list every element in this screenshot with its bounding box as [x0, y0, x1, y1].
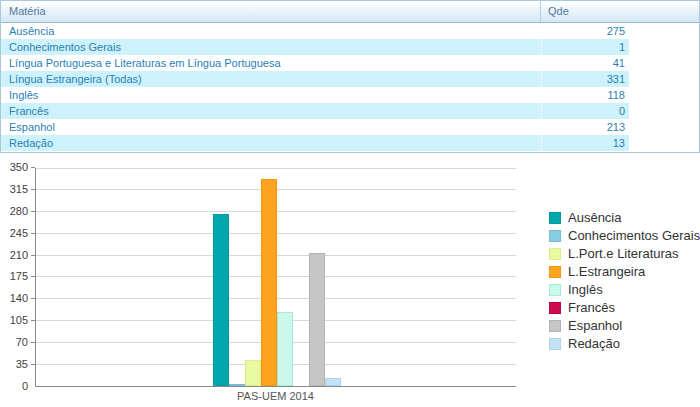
table-row-lingua-portuguesa-e-literaturas-em-lingua-portuguesa[interactable]: Língua Portuguesa e Literaturas em Língu…	[1, 55, 629, 71]
legend-label: Ausência	[568, 211, 621, 225]
y-tick-315	[31, 189, 35, 190]
y-axis-label-245: 245	[0, 227, 28, 240]
legend-item-l-estrangeira[interactable]: L.Estrangeira	[549, 266, 700, 278]
y-tick-280	[31, 211, 35, 212]
cell-qde: 331	[541, 71, 629, 87]
x-axis-label: PAS-UEM 2014	[35, 390, 516, 402]
bar-espanhol[interactable]	[309, 253, 325, 386]
bar-l-estrangeira[interactable]	[261, 179, 277, 386]
cell-materia: Língua Portuguesa e Literaturas em Língu…	[1, 55, 541, 71]
table-row-ingles[interactable]: Inglês118	[1, 87, 629, 103]
table-row-frances[interactable]: Francês0	[1, 103, 629, 119]
y-tick-175	[31, 276, 35, 277]
report-page: Matéria Qde Ausência275Conhecimentos Ger…	[0, 0, 700, 407]
legend-swatch-ausencia	[549, 212, 561, 224]
legend-label: Redação	[568, 337, 620, 351]
legend-swatch-l-port-e-literaturas	[549, 248, 561, 260]
chart-legend: AusênciaConhecimentos GeraisL.Port.e Lit…	[549, 212, 700, 356]
y-tick-105	[31, 320, 35, 321]
cell-materia: Língua Estrangeira (Todas)	[1, 71, 541, 87]
cell-materia: Espanhol	[1, 119, 541, 135]
cell-qde: 118	[541, 87, 629, 103]
y-tick-70	[31, 342, 35, 343]
cell-qde: 275	[541, 23, 629, 39]
legend-swatch-conhecimentos-gerais	[549, 230, 561, 242]
table-row-redacao[interactable]: Redação13	[1, 135, 629, 151]
table-row-ausencia[interactable]: Ausência275	[1, 23, 629, 39]
legend-swatch-l-estrangeira	[549, 266, 561, 278]
y-tick-245	[31, 233, 35, 234]
y-axis-label-350: 350	[0, 161, 28, 174]
cell-materia: Inglês	[1, 87, 541, 103]
cell-qde: 1	[541, 39, 629, 55]
cell-materia: Ausência	[1, 23, 541, 39]
legend-label: L.Estrangeira	[568, 265, 645, 279]
legend-item-conhecimentos-gerais[interactable]: Conhecimentos Gerais	[549, 230, 700, 242]
legend-label: Inglês	[568, 283, 603, 297]
table-row-lingua-estrangeira-todas[interactable]: Língua Estrangeira (Todas)331	[1, 71, 629, 87]
column-header-materia[interactable]: Matéria	[1, 1, 540, 22]
bar-ingles[interactable]	[277, 312, 293, 386]
y-tick-350	[31, 167, 35, 168]
cell-materia: Francês	[1, 103, 541, 119]
table-row-espanhol[interactable]: Espanhol213	[1, 119, 629, 135]
y-axis-label-315: 315	[0, 183, 28, 196]
legend-label: Espanhol	[568, 319, 622, 333]
cell-qde: 213	[541, 119, 629, 135]
y-axis-label-210: 210	[0, 249, 28, 262]
column-header-qde[interactable]: Qde	[540, 1, 699, 22]
bar-redacao[interactable]	[325, 378, 341, 386]
legend-swatch-redacao	[549, 338, 561, 350]
table-body: Ausência275Conhecimentos Gerais1Língua P…	[1, 23, 699, 151]
legend-item-frances[interactable]: Francês	[549, 302, 700, 314]
legend-item-l-port-e-literaturas[interactable]: L.Port.e Literaturas	[549, 248, 700, 260]
legend-swatch-frances	[549, 302, 561, 314]
legend-swatch-ingles	[549, 284, 561, 296]
y-axis-label-70: 70	[0, 336, 28, 349]
legend-item-espanhol[interactable]: Espanhol	[549, 320, 700, 332]
legend-swatch-espanhol	[549, 320, 561, 332]
cell-materia: Redação	[1, 135, 541, 151]
y-axis-label-0: 0	[0, 380, 28, 393]
cell-qde: 13	[541, 135, 629, 151]
legend-label: Conhecimentos Gerais	[568, 229, 700, 243]
cell-qde: 0	[541, 103, 629, 119]
legend-item-ausencia[interactable]: Ausência	[549, 212, 700, 224]
plot-area	[35, 168, 516, 387]
y-axis-label-175: 175	[0, 270, 28, 283]
legend-label: Francês	[568, 301, 615, 315]
bar-conhecimentos-gerais[interactable]	[229, 384, 245, 386]
bar-l-port-e-literaturas[interactable]	[245, 360, 261, 386]
y-tick-210	[31, 255, 35, 256]
legend-item-redacao[interactable]: Redação	[549, 338, 700, 350]
y-tick-35	[31, 364, 35, 365]
y-axis-label-105: 105	[0, 314, 28, 327]
y-tick-140	[31, 298, 35, 299]
y-axis-label-35: 35	[0, 358, 28, 371]
cell-materia: Conhecimentos Gerais	[1, 39, 541, 55]
bar-chart: 03570105140175210245280315350 PAS-UEM 20…	[0, 160, 700, 407]
y-axis-label-280: 280	[0, 205, 28, 218]
legend-item-ingles[interactable]: Inglês	[549, 284, 700, 296]
gridline-350	[36, 168, 516, 169]
cell-qde: 41	[541, 55, 629, 71]
table-header: Matéria Qde	[1, 1, 699, 23]
materia-table: Matéria Qde Ausência275Conhecimentos Ger…	[0, 0, 700, 153]
legend-label: L.Port.e Literaturas	[568, 247, 679, 261]
y-axis-label-140: 140	[0, 292, 28, 305]
table-row-conhecimentos-gerais[interactable]: Conhecimentos Gerais1	[1, 39, 629, 55]
bar-ausencia[interactable]	[213, 214, 229, 386]
